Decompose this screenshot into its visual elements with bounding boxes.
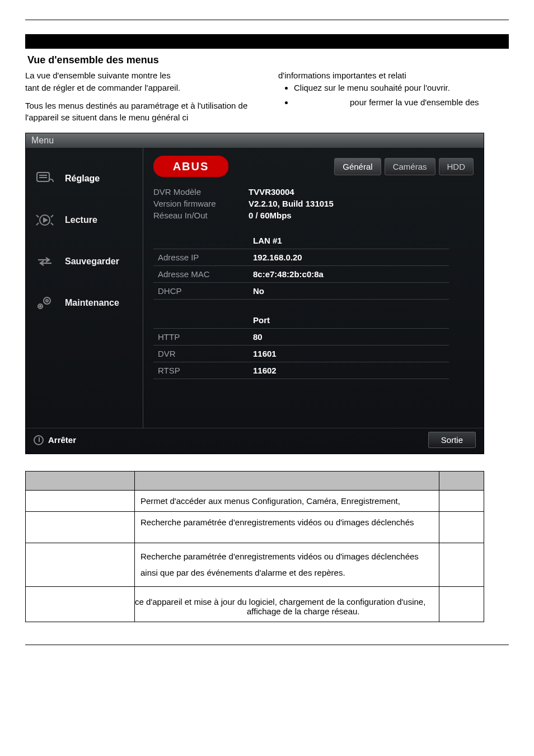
svg-point-10 — [46, 300, 48, 302]
network-header-row: LAN #1 — [153, 232, 449, 249]
svg-line-6 — [36, 223, 39, 225]
page-heading: Vue d'ensemble des menus — [27, 54, 509, 66]
port-row-rtsp: RTSP 11602 — [153, 362, 449, 379]
desc-row-1: Permet d'accéder aux menus Configuration… — [26, 491, 484, 512]
label-dhcp: DHCP — [153, 283, 249, 300]
svg-line-7 — [51, 215, 53, 217]
sidebar-label-backup: Sauvegarder — [65, 256, 119, 267]
value-dvr-port: 11601 — [249, 346, 405, 362]
sidebar-item-settings[interactable]: Réglage — [26, 158, 143, 199]
label-firmware: Version firmware — [153, 199, 249, 208]
sidebar-item-backup[interactable]: Sauvegarder — [26, 241, 143, 282]
port-header-empty — [153, 312, 249, 329]
svg-point-9 — [44, 297, 50, 304]
black-header-bar — [25, 34, 509, 49]
value-ip: 192.168.0.20 — [249, 249, 429, 266]
network-header-extra — [429, 232, 449, 249]
port-table: Port HTTP 80 DVR 11601 RTSP 11602 — [153, 312, 449, 379]
value-model: TVVR30004 — [249, 187, 294, 197]
intro-columns: La vue d'ensemble suivante montre les ta… — [25, 69, 509, 124]
network-table: LAN #1 Adresse IP 192.168.0.20 Adresse M… — [153, 232, 449, 300]
desc-header-3 — [439, 472, 484, 491]
info-row-model: DVR Modèle TVVR30004 — [153, 187, 474, 197]
desc-r2-c2: Recherche paramétrée d'enregistrements v… — [135, 512, 439, 543]
desc-r4-c1 — [26, 587, 135, 622]
backup-icon — [34, 252, 56, 271]
network-row-ip: Adresse IP 192.168.0.20 — [153, 249, 449, 266]
value-rtsp: 11602 — [249, 362, 405, 379]
exit-button[interactable]: Sortie — [428, 432, 476, 448]
sidebar-item-maintenance[interactable]: Maintenance — [26, 282, 143, 324]
sidebar-label-playback: Lecture — [65, 215, 97, 225]
port-row-dvr: DVR 11601 — [153, 346, 449, 362]
info-row-firmware: Version firmware V2.2.10, Build 131015 — [153, 199, 474, 208]
desc-r1-c2: Permet d'accéder aux menus Configuration… — [135, 491, 439, 512]
tab-bar: Général Caméras HDD — [334, 158, 474, 175]
desc-r2-c1 — [26, 512, 135, 543]
description-table: Permet d'accéder aux menus Configuration… — [25, 471, 484, 622]
maintenance-icon — [34, 293, 56, 312]
intro-bullet-2: pour fermer la vue d'ensemble des — [294, 96, 509, 109]
desc-r3-c1 — [26, 543, 135, 587]
label-model: DVR Modèle — [153, 187, 249, 197]
sidebar-label-maintenance: Maintenance — [65, 298, 119, 308]
sidebar-item-playback[interactable]: Lecture — [26, 199, 143, 241]
port-header-row: Port — [153, 312, 449, 329]
desc-row-2: Recherche paramétrée d'enregistrements v… — [26, 512, 484, 543]
network-row-mac: Adresse MAC 8c:e7:48:2b:c0:8a — [153, 266, 449, 283]
port-row-http: HTTP 80 — [153, 329, 449, 346]
dvr-window: Menu Réglage Lecture Sauvegarder — [25, 133, 484, 454]
abus-logo: ABUS — [153, 156, 228, 177]
power-icon — [34, 435, 44, 445]
intro-line-2: tant de régler et de commander l'apparei… — [25, 82, 256, 94]
value-firmware: V2.2.10, Build 131015 — [249, 199, 334, 208]
label-dvr-port: DVR — [153, 346, 249, 362]
label-ip: Adresse IP — [153, 249, 249, 266]
desc-header-2 — [135, 472, 439, 491]
dvr-titlebar: Menu — [26, 133, 484, 148]
settings-icon — [34, 169, 56, 188]
power-off-button[interactable]: Arrêter — [34, 435, 76, 445]
value-network: 0 / 60Mbps — [249, 211, 292, 220]
bottom-divider — [25, 645, 509, 645]
desc-header-1 — [26, 472, 135, 491]
desc-r1-c1 — [26, 491, 135, 512]
network-row-dhcp: DHCP No — [153, 283, 449, 300]
label-rtsp: RTSP — [153, 362, 249, 379]
desc-r1-c3 — [439, 491, 484, 512]
label-http: HTTP — [153, 329, 249, 346]
network-header-empty — [153, 232, 249, 249]
value-mac: 8c:e7:48:2b:c0:8a — [249, 266, 429, 283]
intro-line-1: La vue d'ensemble suivante montre les — [25, 69, 256, 82]
top-divider — [25, 20, 509, 20]
sidebar-label-settings: Réglage — [65, 174, 100, 184]
svg-point-12 — [40, 306, 41, 307]
desc-header-row — [26, 472, 484, 491]
intro-line-3: Tous les menus destinés au paramétrage e… — [25, 100, 256, 124]
value-http: 80 — [249, 329, 405, 346]
svg-point-11 — [38, 304, 43, 309]
svg-marker-4 — [43, 217, 48, 223]
intro-bullet-1: Cliquez sur le menu souhaité pour l'ouvr… — [294, 82, 509, 94]
desc-r3-c2: Recherche paramétrée d'enregistrements v… — [135, 543, 439, 587]
desc-r2-c3 — [439, 512, 484, 543]
desc-r4-c3 — [439, 587, 484, 622]
tab-hdd[interactable]: HDD — [439, 158, 474, 175]
svg-line-8 — [51, 223, 53, 225]
intro-line-4: d'informations importantes et relati — [278, 69, 509, 82]
tab-cameras[interactable]: Caméras — [385, 158, 435, 175]
dvr-sidebar: Réglage Lecture Sauvegarder Maintenance — [26, 148, 143, 428]
value-dhcp: No — [249, 283, 429, 300]
desc-r4-c2: ce d'appareil et mise à jour du logiciel… — [135, 587, 439, 622]
playback-icon — [34, 211, 56, 230]
info-row-network: Réseau In/Out 0 / 60Mbps — [153, 211, 474, 220]
dvr-main-panel: ABUS Général Caméras HDD DVR Modèle TVVR… — [143, 148, 484, 428]
svg-line-5 — [36, 215, 39, 217]
desc-row-4: ce d'appareil et mise à jour du logiciel… — [26, 587, 484, 622]
network-interface: LAN #1 — [249, 232, 429, 249]
label-network: Réseau In/Out — [153, 211, 249, 220]
dvr-footer: Arrêter Sortie — [26, 428, 484, 454]
tab-general[interactable]: Général — [334, 158, 381, 175]
port-header: Port — [249, 312, 405, 329]
label-mac: Adresse MAC — [153, 266, 249, 283]
